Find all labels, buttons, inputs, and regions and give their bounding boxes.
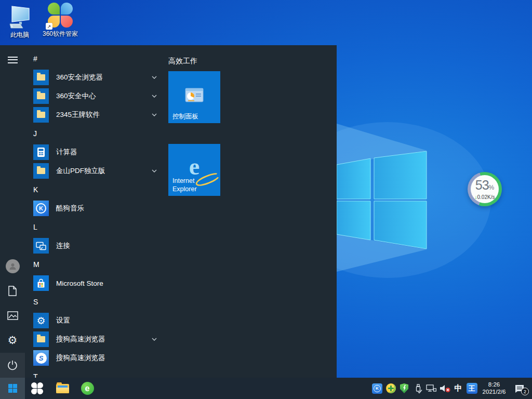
app-item-360-security-folder[interactable]: 360安全中心: [27, 87, 162, 105]
hamburger-icon: [8, 57, 18, 63]
folder-icon: [33, 107, 49, 123]
app-item-360-browser-folder[interactable]: 360安全浏览器: [27, 68, 162, 87]
tray-volume-muted[interactable]: [438, 378, 451, 399]
taskbar-file-explorer[interactable]: [50, 378, 75, 399]
settings-icon: ⚙: [33, 313, 49, 328]
desktop-icon-label: 此电脑: [10, 31, 29, 39]
network-icon: [426, 384, 436, 393]
user-avatar-icon: [6, 259, 20, 273]
expand-menu-button[interactable]: [0, 49, 25, 70]
tiles-panel: 高效工作 控制面板: [168, 45, 303, 378]
start-menu: ⚙ # 360安全浏览器 360安全中心: [0, 45, 337, 378]
letter-header[interactable]: J: [27, 124, 162, 143]
app-item-kugou-music[interactable]: K 酷狗音乐: [27, 199, 162, 218]
calculator-icon: [33, 144, 49, 160]
tray-ime-indicator[interactable]: 中: [452, 378, 464, 399]
document-icon: [8, 286, 17, 296]
notification-badge: 2: [521, 388, 529, 395]
clock-time: 8:26: [479, 381, 509, 389]
desktop: 此电脑 ↗ 360软件管家 53% ↓0.02K/s: [0, 0, 532, 399]
folder-icon: [33, 163, 49, 179]
360-speed-ball-widget[interactable]: 53% ↓0.02K/s: [468, 172, 502, 206]
chevron-down-icon[interactable]: [152, 76, 157, 79]
pictures-button[interactable]: [0, 303, 25, 328]
desktop-icon-this-pc[interactable]: 此电脑: [3, 5, 36, 39]
app-item-microsoft-store[interactable]: Microsoft Store: [27, 274, 162, 292]
360-petals-icon: ↗: [47, 2, 73, 28]
app-item-2345-folder[interactable]: 2345王牌软件: [27, 105, 162, 124]
app-list: # 360安全浏览器 360安全中心 2345王牌软件 J: [27, 49, 162, 378]
360-pinwheel-icon: [31, 382, 44, 395]
360-antivirus-icon: [386, 383, 396, 393]
connect-icon: [33, 238, 49, 254]
app-item-sogou-browser[interactable]: S 搜狗高速浏览器: [27, 349, 162, 367]
pictures-icon: [7, 311, 18, 320]
letter-header[interactable]: T: [27, 367, 162, 378]
folder-icon: [33, 88, 49, 104]
folder-icon: [33, 331, 49, 347]
usb-device-icon: [414, 383, 422, 393]
sogou-browser-icon: S: [33, 350, 49, 366]
app-item-calculator[interactable]: 计算器: [27, 143, 162, 162]
tile-control-panel[interactable]: 控制面板: [168, 71, 220, 123]
tile-internet-explorer[interactable]: e Internet Explorer: [168, 144, 220, 196]
volume-muted-icon: [439, 384, 451, 393]
settings-gear-icon: ⚙: [8, 334, 18, 347]
taskbar-360-safe[interactable]: [25, 378, 50, 399]
documents-button[interactable]: [0, 278, 25, 303]
app-item-kingsoft-pdf-folder[interactable]: 金山PDF独立版: [27, 162, 162, 180]
taskbar-clock[interactable]: 8:26 2021/2/6: [479, 381, 509, 395]
sogou-ime-icon: 王: [467, 383, 477, 394]
clock-date: 2021/2/6: [479, 389, 509, 396]
letter-header[interactable]: M: [27, 255, 162, 274]
tile-label: Internet Explorer: [172, 177, 217, 193]
letter-header[interactable]: K: [27, 180, 162, 199]
tray-sogou-ime[interactable]: 王: [466, 378, 478, 399]
chinese-ime-icon: 中: [455, 383, 462, 393]
chevron-down-icon[interactable]: [152, 169, 157, 172]
microsoft-store-icon: [33, 275, 49, 291]
notification-center-button[interactable]: 2: [510, 378, 529, 399]
network-speed: ↓0.02K/s: [475, 194, 495, 200]
letter-header[interactable]: #: [27, 49, 162, 68]
chevron-down-icon[interactable]: [152, 113, 157, 116]
kugou-icon: K: [33, 201, 49, 216]
360-shield-icon: [400, 383, 408, 393]
file-explorer-icon: [56, 384, 69, 393]
power-icon: [7, 360, 18, 370]
chevron-down-icon[interactable]: [152, 338, 157, 341]
desktop-icon-label: 360软件管家: [43, 30, 78, 38]
shortcut-arrow-icon: ↗: [46, 23, 52, 30]
letter-header[interactable]: S: [27, 292, 162, 311]
tray-usb-device[interactable]: [411, 378, 424, 399]
tray-360-antivirus[interactable]: [384, 378, 397, 399]
control-panel-icon: [185, 88, 204, 102]
app-item-sogou-browser-folder[interactable]: 搜狗高速浏览器: [27, 330, 162, 349]
computer-monitor-icon: [8, 5, 31, 29]
system-tray: K: [371, 378, 532, 399]
360-browser-icon: e: [81, 382, 94, 395]
tray-network[interactable]: [425, 378, 437, 399]
folder-icon: [33, 70, 49, 85]
app-item-settings[interactable]: ⚙ 设置: [27, 311, 162, 330]
windows-logo-icon: [8, 384, 17, 393]
start-menu-rail: ⚙: [0, 45, 25, 378]
tray-kugou[interactable]: K: [371, 378, 383, 399]
memory-percent: 53%: [475, 179, 494, 194]
tile-label: 控制面板: [172, 112, 217, 121]
power-button[interactable]: [0, 353, 25, 378]
settings-button[interactable]: ⚙: [0, 328, 25, 353]
kugou-icon: K: [372, 383, 382, 394]
start-button[interactable]: [0, 378, 25, 399]
desktop-icon-360-software-manager[interactable]: ↗ 360软件管家: [35, 2, 85, 38]
taskbar-360-browser[interactable]: e: [75, 378, 100, 399]
tile-group-title[interactable]: 高效工作: [168, 57, 197, 66]
chevron-down-icon[interactable]: [152, 95, 157, 98]
app-item-connect[interactable]: 连接: [27, 236, 162, 255]
taskbar: e K: [0, 378, 532, 399]
tray-360-shield[interactable]: [398, 378, 410, 399]
letter-header[interactable]: L: [27, 218, 162, 236]
user-button[interactable]: [0, 254, 25, 278]
